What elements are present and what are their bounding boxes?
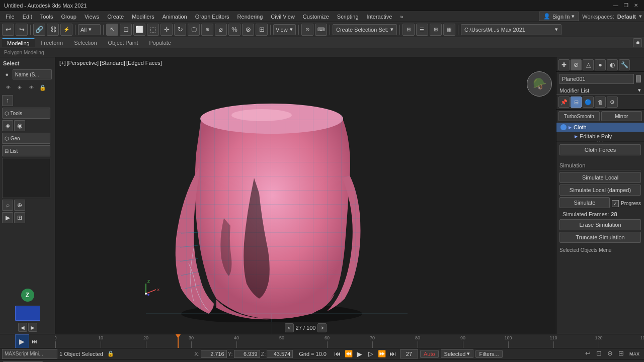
snap-toggle-button[interactable]: ⊕ — [201, 24, 213, 36]
render-frame-window-button[interactable]: ▦ — [443, 24, 455, 36]
mirror-button[interactable]: ⊞ — [256, 24, 268, 36]
menu-file[interactable]: File — [2, 13, 18, 21]
close-button[interactable]: ✕ — [632, 2, 640, 10]
scale-button[interactable]: ⬡ — [188, 24, 200, 36]
remove-modifier-button[interactable]: 🗑 — [595, 97, 606, 108]
next-frame-playback-button[interactable]: ⏩ — [377, 349, 387, 359]
menu-modifiers[interactable]: Modifiers — [128, 13, 158, 21]
zoom2-icon[interactable]: ⊕ — [14, 200, 25, 211]
show-end-result-button[interactable]: ⊟ — [571, 97, 582, 108]
menu-interactive[interactable]: Interactive — [363, 13, 396, 21]
rotate-button[interactable]: ↻ — [174, 24, 186, 36]
maxscript-mini-listener[interactable]: MAXScript Mini... — [2, 349, 57, 359]
layer-manager-button[interactable]: ⊟ — [403, 24, 415, 36]
menu-group[interactable]: Group — [57, 13, 80, 21]
prev-frame-button[interactable]: < — [285, 323, 294, 332]
cloth-forces-button[interactable]: Cloth Forces — [559, 144, 641, 155]
play-button[interactable]: ▶ — [355, 349, 365, 359]
maximize-button[interactable]: ❐ — [622, 2, 630, 10]
make-unique-button[interactable]: 🔵 — [583, 97, 594, 108]
modifier-expand-arrow-2[interactable]: ▶ — [575, 134, 578, 139]
scroll-left-button[interactable]: ◀ — [18, 323, 27, 332]
z-mode-button[interactable]: Z — [21, 289, 34, 302]
unlink-button[interactable]: ⛓ — [47, 24, 59, 36]
minimize-button[interactable]: — — [612, 2, 620, 10]
sun-icon[interactable]: ☀ — [15, 82, 25, 93]
selected-filter-dropdown[interactable]: Selected ▾ — [441, 349, 474, 358]
turbosmooth-button[interactable]: TurboSmooth — [558, 111, 600, 121]
select-by-name-button[interactable]: ⊡ — [120, 24, 132, 36]
object-color-swatch[interactable] — [636, 75, 641, 82]
rectangular-selection-button[interactable]: ⬜ — [133, 24, 145, 36]
configure-modifier-sets-button[interactable]: ⚙ — [607, 97, 618, 108]
simulate-button[interactable]: Simulate — [559, 197, 610, 208]
render-setup-button[interactable]: ☰ — [416, 24, 428, 36]
viewport-navigation-hat[interactable]: 🪖 — [527, 71, 552, 97]
truncate-simulation-button[interactable]: Truncate Simulation — [559, 232, 641, 243]
sign-in-button[interactable]: 👤 Sign In ▾ — [539, 12, 579, 21]
play-animation-button[interactable]: ▶ — [15, 334, 29, 348]
goto-end-button[interactable]: ⏭ — [388, 349, 398, 359]
menu-views[interactable]: Views — [81, 13, 103, 21]
lasso-select-icon[interactable]: ⬡ Tools — [2, 108, 50, 119]
menu-tools[interactable]: Tools — [37, 13, 57, 21]
display-panel-tab[interactable]: ◐ — [607, 59, 618, 70]
next-frame-button[interactable]: > — [317, 323, 327, 332]
play-selected-button[interactable]: ▷ — [366, 349, 376, 359]
redo-button[interactable]: ↪ — [16, 24, 28, 36]
prev-frame-playback-button[interactable]: ⏪ — [344, 349, 354, 359]
filter-dropdown[interactable]: All ▾ — [78, 24, 101, 35]
scroll-right-button[interactable]: ▶ — [28, 323, 37, 332]
step-frame-button[interactable]: ⏭ — [29, 336, 40, 347]
tab-object-paint[interactable]: Object Paint — [103, 39, 143, 47]
status-icon-4[interactable]: ⊞ — [616, 348, 626, 358]
utilities-panel-tab[interactable]: 🔧 — [619, 59, 630, 70]
lock-icon[interactable]: 🔒 — [38, 82, 48, 93]
select-move-button[interactable]: ✛ — [160, 24, 173, 36]
menu-graph-editors[interactable]: Graph Editors — [192, 13, 233, 21]
keyboard-shortcut-button[interactable]: ⌨ — [315, 24, 327, 36]
motion-panel-tab[interactable]: ● — [595, 59, 606, 70]
tool-icon-2[interactable]: ◉ — [14, 120, 25, 131]
pin-stack-button[interactable]: 📌 — [558, 97, 570, 108]
view-dropdown[interactable]: View ▾ — [273, 24, 296, 35]
erase-simulation-button[interactable]: Erase Simulation — [559, 219, 641, 230]
status-icon-3[interactable]: ⊕ — [605, 348, 615, 358]
cloth-modifier-item[interactable]: ▶ Cloth — [556, 123, 644, 132]
lock-icon[interactable]: 🔒 — [107, 350, 114, 357]
zoom-icon[interactable]: ⌕ — [2, 200, 13, 211]
current-frame-input[interactable] — [400, 349, 418, 358]
hierarchy-panel-tab[interactable]: △ — [583, 59, 594, 70]
link-button[interactable]: 🔗 — [33, 24, 45, 36]
menu-create[interactable]: Create — [104, 13, 127, 21]
mirror-button[interactable]: Mirror — [601, 111, 642, 121]
status-icon-2[interactable]: ⊡ — [594, 348, 604, 358]
menu-edit[interactable]: Edit — [19, 13, 36, 21]
move-tool-icon[interactable]: ↑ — [2, 95, 13, 106]
tool-icon-1[interactable]: ◈ — [2, 120, 13, 131]
tab-selection[interactable]: Selection — [69, 39, 102, 47]
ribbon-media-button[interactable]: ⏺ — [633, 38, 642, 47]
workspaces-dropdown-arrow[interactable]: ▾ — [639, 13, 642, 20]
eye-toggle-icon[interactable]: 👁 — [3, 82, 13, 93]
create-panel-tab[interactable]: ✚ — [558, 59, 570, 70]
name-filter-input[interactable]: Name (S... — [13, 69, 52, 79]
tool-6[interactable]: ⊞ — [14, 212, 25, 223]
modifier-list-dropdown-arrow[interactable]: ▾ — [638, 87, 641, 94]
menu-scripting[interactable]: Scripting — [334, 13, 362, 21]
object-name-input[interactable] — [559, 74, 634, 84]
menu-rendering[interactable]: Rendering — [234, 13, 267, 21]
filters-button[interactable]: Filters... — [475, 350, 502, 358]
eye2-icon[interactable]: 👁 — [26, 82, 36, 93]
auto-key-button[interactable]: Auto — [420, 350, 439, 358]
percent-snap-button[interactable]: % — [228, 24, 240, 36]
timeline-ruler[interactable]: 0102030405060708090100110120130 — [55, 334, 644, 348]
eye-icon[interactable]: ● — [3, 69, 11, 79]
tab-modeling[interactable]: Modeling — [2, 38, 35, 47]
simulate-local-damped-button[interactable]: Simulate Local (damped) — [559, 185, 641, 196]
undo-button[interactable]: ↩ — [2, 24, 14, 36]
simulate-local-button[interactable]: Simulate Local — [559, 172, 641, 183]
menu-civil-view[interactable]: Civil View — [267, 13, 298, 21]
select-object-button[interactable]: ↖ — [106, 24, 118, 36]
viewport[interactable]: [+] [Perspective] [Standard] [Edged Face… — [55, 57, 556, 334]
